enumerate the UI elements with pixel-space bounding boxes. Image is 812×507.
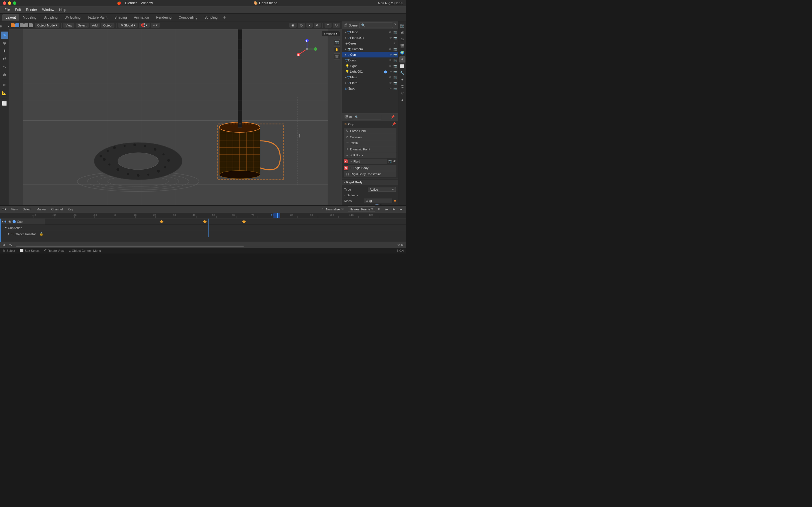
play-btn[interactable]: ▶ — [391, 207, 397, 212]
select-menu-button[interactable]: Select — [75, 23, 89, 27]
settings-section[interactable]: ▾ Settings — [344, 193, 396, 198]
play-forward-end-btn[interactable]: ⏭ — [398, 207, 404, 212]
object-mode-button[interactable]: Object Mode ▾ — [35, 23, 59, 27]
force-field-button[interactable]: ↻ Force Field — [344, 128, 396, 134]
render-props-button[interactable]: 📷 — [399, 22, 405, 29]
render-icon[interactable]: 📷 — [393, 36, 397, 40]
play-reverse-btn[interactable]: ⏮ — [384, 207, 390, 212]
menu-file[interactable]: File — [2, 7, 12, 12]
add-object-tool[interactable]: ⬜ — [1, 100, 8, 107]
transform-tool[interactable]: ⊕ — [1, 71, 8, 78]
rigid-body-remove-button[interactable]: ✕ — [344, 166, 348, 170]
cursor-tool[interactable]: ⊕ — [1, 40, 8, 47]
output-props-button[interactable]: 🖨 — [399, 29, 405, 36]
tab-rendering[interactable]: Rendering — [153, 14, 175, 20]
light-custom-icon[interactable]: ⬤ — [384, 69, 388, 73]
outliner-item-ceres[interactable]: ◈ Ceres 👁 — [342, 41, 398, 46]
soft-body-button[interactable]: ○ Soft Body — [344, 152, 396, 158]
visibility-icon[interactable]: 👁 — [388, 30, 392, 34]
select-tool[interactable] — [1, 32, 8, 39]
fluid-button[interactable]: ~ Fluid — [348, 159, 387, 164]
render-icon[interactable]: 📷 — [393, 81, 397, 85]
object-menu-button[interactable]: Object — [101, 23, 114, 27]
track-lock-icon[interactable]: 🔒 — [40, 232, 43, 236]
viewport-shading-solid[interactable]: ◉ — [289, 23, 297, 27]
object-props-button[interactable]: ⬜ — [399, 63, 405, 69]
outliner-item-cup[interactable]: ▸ ▽ Cup 👁 📷 — [342, 52, 398, 57]
editor-type-button[interactable]: ⊞ — [0, 22, 4, 30]
render-icon[interactable]: 📷 — [393, 47, 397, 51]
playback-settings-btn[interactable]: ⚙ — [376, 207, 382, 212]
settings-icon[interactable]: ⚙ — [397, 243, 400, 247]
maximize-button[interactable] — [13, 1, 16, 5]
render-icon[interactable]: 📷 — [393, 69, 397, 73]
render-icon[interactable]: 📷 — [393, 53, 397, 57]
3d-scene[interactable]: I — [9, 29, 342, 205]
tl-channel-menu[interactable]: Channel — [49, 207, 64, 212]
visibility-icon[interactable]: 👁 — [388, 81, 392, 85]
camera-view-button[interactable]: 📷 — [334, 39, 340, 45]
constraints-props-button[interactable]: ⛓ — [399, 83, 405, 90]
minimize-button[interactable] — [8, 1, 11, 5]
measure-tool[interactable]: 📐 — [1, 89, 8, 97]
tab-layout[interactable]: Layout — [2, 14, 19, 20]
scene-icon[interactable]: 🎬 — [344, 115, 348, 119]
tab-scripting[interactable]: Scripting — [201, 14, 221, 20]
outliner-item-camera[interactable]: ▸ 📷 Camera 👁 📷 — [342, 46, 398, 52]
tab-uv-editing[interactable]: UV Editing — [61, 14, 84, 20]
render-icon[interactable]: 📷 — [393, 30, 397, 34]
fluid-eye-icon[interactable]: 👁 — [393, 159, 396, 163]
expand-arrow2[interactable]: ▾ — [2, 226, 7, 230]
filter-icon[interactable]: ⊽ — [394, 22, 396, 28]
outliner-item-light[interactable]: 💡 Light 👁 📷 — [342, 63, 398, 69]
visibility-icon[interactable]: 👁 — [388, 75, 392, 79]
object-data-props-button[interactable]: ▽ — [399, 90, 405, 96]
refresh-icon[interactable]: ↻ — [341, 207, 344, 211]
outliner-item-plate[interactable]: ▸ ▽ Plate 👁 📷 — [342, 74, 398, 80]
camera-render-button[interactable]: 🎬 — [334, 53, 340, 59]
menu-window[interactable]: Window — [40, 7, 56, 12]
viewlayer-icon[interactable]: 🗂 — [349, 115, 352, 119]
mass-value[interactable]: 3 kg — [364, 199, 392, 203]
hand-tool-button[interactable]: ✋ — [334, 46, 340, 52]
scale-tool[interactable]: ⤡ — [1, 63, 8, 70]
rigid-body-constraint-button[interactable]: ⛓ Rigid Body Constraint — [344, 171, 396, 177]
proportional-button[interactable]: ○ ▾ — [151, 23, 160, 27]
fluid-render-icon[interactable]: 📷 — [388, 159, 393, 163]
expand-arrow[interactable]: ▾ — [2, 220, 3, 223]
collision-button[interactable]: ◇ Collision — [344, 134, 396, 140]
expand-arrow3[interactable]: ▾ — [2, 232, 10, 236]
tl-marker-menu[interactable]: Marker — [35, 207, 48, 212]
track-content-cupaction[interactable] — [45, 225, 406, 231]
apple-menu[interactable]: 🍎 — [117, 1, 121, 5]
add-menu-button[interactable]: Add — [90, 23, 100, 27]
tab-animation[interactable]: Animation — [131, 14, 152, 20]
rigid-body-button[interactable]: □ Rigid Body — [348, 165, 396, 171]
snap-button[interactable]: 🧲 ▾ — [139, 23, 150, 27]
visibility-icon[interactable]: 👁 — [388, 69, 392, 73]
editor-type-icon[interactable]: ⊞ — [2, 207, 4, 211]
track-cup[interactable]: ▾ 👁 ◉ ⬤ Cup — [0, 219, 406, 225]
visibility-icon[interactable]: 👁 — [388, 36, 392, 40]
current-frame-input[interactable]: 75 — [6, 243, 14, 247]
render-icon[interactable]: 📷 — [393, 64, 397, 68]
tl-select-menu[interactable]: Select — [21, 207, 33, 212]
window-menu[interactable]: Window — [141, 1, 153, 5]
viewport-shading-wire[interactable]: ◎ — [298, 23, 305, 27]
playback-mode-dropdown[interactable]: Nearest Frame ▾ — [348, 207, 375, 212]
menu-edit[interactable]: Edit — [13, 7, 23, 12]
track-object-transform[interactable]: ▾ ⬡ Object Transfor... 🔒 ● — [0, 231, 406, 237]
tab-shading[interactable]: Shading — [111, 14, 130, 20]
cloth-button[interactable]: 〰 Cloth — [344, 140, 396, 146]
outliner-item-light001[interactable]: 💡 Light.001 ⬤ 👁 📷 — [342, 69, 398, 74]
rotate-tool[interactable]: ↺ — [1, 55, 8, 62]
tab-sculpting[interactable]: Sculpting — [40, 14, 61, 20]
view-layer-props-button[interactable]: 🗂 — [399, 36, 405, 42]
track-content-transform[interactable] — [45, 231, 406, 237]
outliner-item-plane[interactable]: ▸ ▽ Plane 👁 📷 — [342, 29, 398, 35]
material-props-button[interactable]: ● — [399, 97, 405, 103]
outliner-search[interactable]: 🔍 — [359, 22, 393, 28]
viewport-shading-render[interactable]: ⊛ — [314, 23, 321, 27]
app-menu[interactable]: 🍎 Blender Window — [117, 1, 153, 5]
tl-view-menu[interactable]: View — [9, 207, 19, 212]
